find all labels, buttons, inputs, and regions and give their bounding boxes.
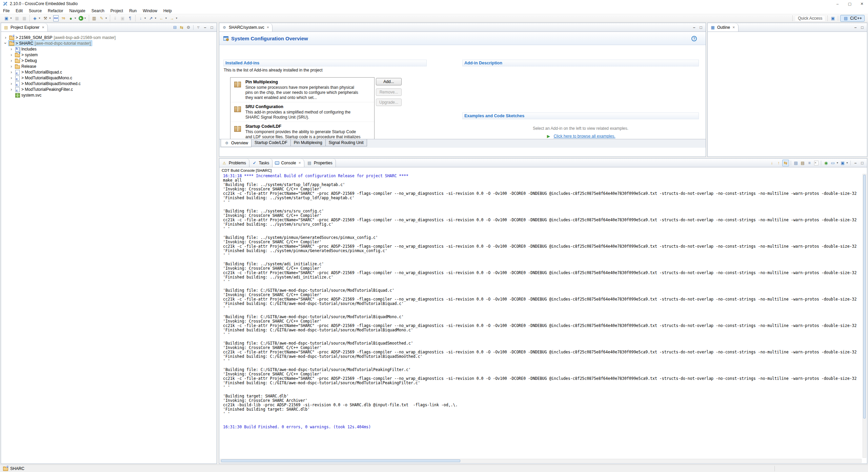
chevron-down-icon[interactable]: ▼ [105, 17, 107, 19]
view-menu-button[interactable] [185, 24, 191, 30]
window-minimize-button[interactable]: – [831, 0, 844, 7]
pin-console-button[interactable] [823, 160, 829, 166]
new-wizard-button[interactable]: ▼ [3, 15, 13, 22]
close-icon[interactable]: ✕ [267, 26, 269, 29]
minimize-button[interactable] [852, 24, 859, 30]
next-error-button[interactable] [769, 160, 775, 166]
import-history-button[interactable]: ▼ [137, 15, 147, 22]
menu-navigate[interactable]: Navigate [66, 7, 88, 14]
menu-chevron-button[interactable] [195, 24, 201, 30]
page-tab-signal-routing-unit[interactable]: Signal Routing Unit [325, 139, 367, 146]
collapse-all-button[interactable] [172, 24, 178, 30]
menu-refactor[interactable]: Refactor [45, 7, 66, 14]
menu-help[interactable]: Help [160, 7, 175, 14]
expand-collapsed-icon[interactable]: › [9, 87, 14, 92]
menu-source[interactable]: Source [26, 7, 45, 14]
link-with-editor-button[interactable] [179, 24, 185, 30]
build-hammer-button[interactable]: ▼ [42, 15, 52, 22]
tree-item-includes[interactable]: ›hIncludes [1, 46, 217, 52]
tree-item-modtutorialbiquadsmoothed.c[interactable]: ›c> ModTutorialBiquadSmoothed.c [1, 81, 217, 86]
export-history-button[interactable]: ▼ [148, 15, 158, 22]
tree-item-system.svc[interactable]: system.svc [1, 92, 217, 98]
tree-item-modtutorialbiquad.c[interactable]: ›c> ModTutorialBiquad.c [1, 69, 217, 75]
word-wrap-button[interactable] [806, 160, 812, 166]
chevron-down-icon[interactable]: ▼ [10, 17, 12, 19]
chevron-down-icon[interactable]: ▼ [175, 17, 178, 19]
page-tab-overview[interactable]: Overview [221, 139, 251, 147]
help-icon[interactable] [691, 36, 697, 41]
add-button[interactable]: Add... [376, 78, 402, 85]
highlight-marker-button[interactable]: ▼ [98, 15, 108, 22]
menu-window[interactable]: Window [140, 7, 160, 14]
chevron-down-icon[interactable]: ▼ [74, 17, 77, 19]
close-icon[interactable]: ✕ [42, 26, 44, 29]
clear-console-button[interactable] [813, 160, 819, 166]
open-console-button[interactable]: ▼ [840, 160, 849, 166]
quick-access-button[interactable]: Quick Access [795, 15, 825, 21]
tree-item-debug[interactable]: ›?> Debug [1, 58, 217, 63]
tree-item-sharc[interactable]: ›C> SHARC[awe-mod-dspc-tutorial master] [1, 40, 217, 46]
view-tab-console[interactable]: Console✕ [272, 159, 304, 167]
console-lock-button[interactable] [800, 160, 806, 166]
menu-run[interactable]: Run [126, 7, 140, 14]
chevron-down-icon[interactable]: ▼ [155, 17, 157, 19]
tree-item-modtutorialpeakingfilter.c[interactable]: ›c> ModTutorialPeakingFilter.c [1, 86, 217, 92]
close-icon[interactable]: ✕ [732, 26, 735, 29]
addin-list-item[interactable]: SRU ConfigurationThis add-in provides a … [230, 102, 374, 122]
console-vertical-scrollbar[interactable] [863, 174, 866, 458]
tree-item-release[interactable]: ›Release [1, 63, 217, 69]
debug-bug-button[interactable]: ▼ [67, 15, 77, 22]
outline-tab[interactable]: Outline ✕ [708, 23, 739, 32]
chevron-down-icon[interactable]: ▼ [165, 17, 167, 19]
show-whitespace-button[interactable] [127, 15, 134, 22]
window-close-button[interactable]: ✕ [856, 0, 868, 7]
console-horizontal-scrollbar[interactable] [220, 459, 862, 463]
page-tab-startup-code-ldf[interactable]: Startup Code/LDF [251, 139, 291, 146]
view-tab-problems[interactable]: Problems [219, 159, 249, 167]
chevron-down-icon[interactable]: ▼ [846, 162, 848, 164]
dsp-config-button[interactable]: ▼ [32, 15, 41, 22]
back-arrow-button[interactable]: ▼ [158, 15, 168, 22]
chevron-down-icon[interactable]: ▼ [38, 17, 41, 19]
expand-collapsed-icon[interactable]: › [3, 35, 8, 40]
menu-file[interactable]: File [0, 7, 13, 14]
minimize-button[interactable] [202, 24, 208, 30]
maximize-button[interactable] [859, 160, 865, 166]
expand-collapsed-icon[interactable]: › [9, 75, 14, 80]
cpp-perspective-button[interactable]: C/C++ [840, 15, 865, 22]
maximize-button[interactable] [698, 24, 704, 30]
expand-collapsed-icon[interactable]: › [9, 69, 14, 75]
page-tab-pin-multiplexing[interactable]: Pin Multiplexing [290, 139, 326, 146]
tree-item-21569_som_bsp[interactable]: ›C> 21569_SOM_BSP[awe8-bsp-adi-21569-som… [1, 35, 217, 40]
open-resource-button[interactable] [91, 15, 98, 22]
menu-project[interactable]: Project [107, 7, 126, 14]
expand-expanded-icon[interactable]: › [3, 41, 8, 46]
window-restore-button[interactable]: ▢ [844, 0, 856, 7]
open-perspective-button[interactable] [830, 15, 836, 21]
browse-examples-link[interactable]: Click here to browse all examples. [553, 134, 615, 139]
menu-search[interactable]: Search [88, 7, 107, 14]
maximize-button[interactable] [859, 24, 865, 30]
addin-list-item[interactable]: Pin MultiplexingSince some processors ha… [230, 78, 374, 102]
minimize-button[interactable] [691, 24, 697, 30]
editor-tab[interactable]: SHARC/system.svc ✕ [219, 23, 272, 32]
expand-collapsed-icon[interactable]: › [9, 52, 14, 57]
expand-collapsed-icon[interactable]: › [9, 64, 14, 69]
menu-edit[interactable]: Edit [13, 7, 26, 14]
number-format-button[interactable] [60, 15, 67, 22]
expand-collapsed-icon[interactable]: › [9, 81, 14, 86]
chevron-down-icon[interactable]: ▼ [84, 17, 86, 19]
view-tab-tasks[interactable]: Tasks [249, 159, 273, 167]
show-in-editor-button[interactable] [782, 160, 789, 166]
tree-item-modtutorialbiquadmono.c[interactable]: ›c> ModTutorialBiquadMono.c [1, 75, 217, 81]
binary-counter-button[interactable] [53, 15, 59, 22]
chevron-down-icon[interactable]: ▼ [836, 162, 839, 164]
maximize-button[interactable] [209, 24, 215, 30]
expand-collapsed-icon[interactable]: › [9, 46, 14, 52]
tree-item-system[interactable]: ›↯> system [1, 52, 217, 58]
display-console-button[interactable]: ▼ [830, 160, 839, 166]
scrollbar-thumb[interactable] [863, 175, 866, 418]
expand-collapsed-icon[interactable]: › [9, 58, 14, 63]
previous-error-button[interactable] [775, 160, 782, 166]
scrollbar-thumb[interactable] [221, 459, 460, 462]
